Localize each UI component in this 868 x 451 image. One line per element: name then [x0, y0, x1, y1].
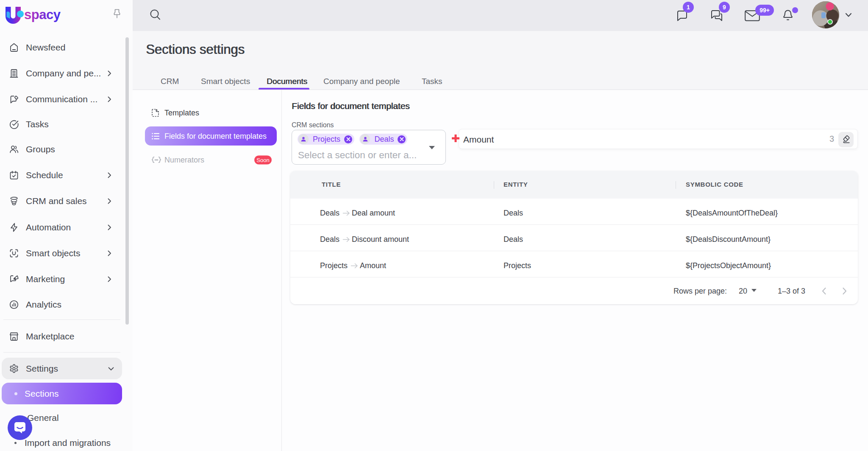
svg-text:spacy: spacy	[24, 7, 61, 22]
